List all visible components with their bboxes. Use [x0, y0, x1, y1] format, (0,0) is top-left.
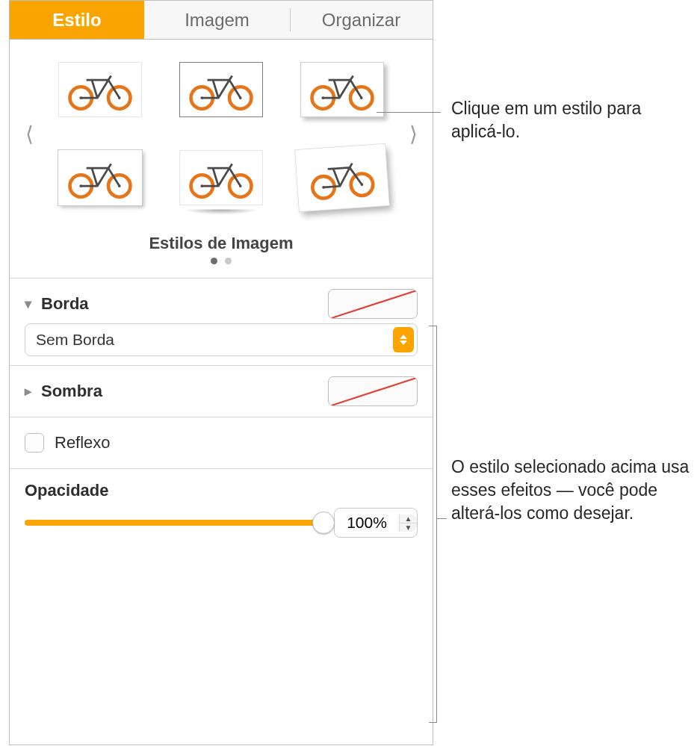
image-style-preview [179, 150, 263, 205]
image-style-preview [179, 62, 263, 117]
border-label: Borda [41, 294, 89, 314]
image-style-preview [58, 62, 142, 117]
image-style-preview [295, 144, 388, 211]
tab-arrange[interactable]: Organizar [290, 1, 433, 39]
select-stepper-icon [393, 327, 414, 352]
border-section: ▾ Borda Sem Borda [10, 278, 433, 365]
chevron-right-icon[interactable]: ▸ [25, 383, 35, 400]
page-dot[interactable] [211, 258, 217, 264]
opacity-step-down[interactable]: ▼ [400, 523, 417, 532]
styles-page-indicator [19, 258, 424, 264]
opacity-value-box: ▲ ▼ [334, 508, 418, 538]
opacity-value-input[interactable] [335, 513, 399, 532]
opacity-section: Opacidade ▲ ▼ [10, 468, 433, 547]
opacity-slider-track [25, 520, 323, 526]
image-style-thumb[interactable] [291, 60, 394, 119]
tab-style-label: Estilo [52, 10, 101, 31]
image-style-thumb[interactable] [49, 60, 152, 119]
border-style-swatch[interactable] [328, 289, 418, 319]
shadow-style-swatch[interactable] [328, 376, 418, 406]
shadow-label: Sombra [41, 382, 102, 401]
image-style-thumb[interactable] [170, 60, 273, 119]
bicycle-icon [306, 154, 378, 202]
reflection-section: Reflexo [10, 417, 433, 468]
tab-image-label: Imagem [185, 10, 250, 31]
callout-style-click: Clique em um estilo para aplicá-lo. [451, 97, 683, 143]
callout-leader-line [377, 112, 441, 113]
styles-next-button[interactable]: ⟩ [403, 122, 424, 146]
border-type-value: Sem Borda [36, 331, 114, 349]
tab-style[interactable]: Estilo [10, 1, 144, 39]
image-style-thumb[interactable] [288, 145, 395, 210]
styles-prev-button[interactable]: ⟨ [19, 122, 40, 146]
bicycle-icon [187, 68, 255, 111]
chevron-down-icon[interactable]: ▾ [25, 296, 35, 312]
callout-text: Clique em um estilo para aplicá-lo. [451, 99, 641, 141]
image-style-grid [40, 60, 403, 207]
callout-text: O estilo selecionado acima usa esses efe… [451, 457, 689, 523]
callout-leader-line [436, 518, 447, 519]
opacity-slider-thumb[interactable] [312, 512, 335, 534]
page-dot[interactable] [225, 258, 232, 264]
opacity-step-up[interactable]: ▲ [400, 515, 417, 523]
chevron-left-icon: ⟨ [25, 122, 34, 146]
callout-bracket-tick [429, 326, 436, 326]
border-type-select[interactable]: Sem Borda [25, 323, 418, 356]
reflection-checkbox[interactable] [25, 433, 44, 453]
image-style-preview [300, 62, 384, 117]
bicycle-icon [308, 68, 377, 111]
bicycle-icon [66, 156, 134, 199]
reflection-label: Reflexo [55, 433, 111, 453]
callout-bracket-tick [429, 722, 436, 723]
chevron-right-icon: ⟩ [409, 122, 418, 146]
tab-arrange-label: Organizar [322, 10, 400, 31]
opacity-stepper: ▲ ▼ [399, 515, 417, 532]
callout-effects: O estilo selecionado acima usa esses efe… [451, 456, 690, 525]
callout-bracket [436, 326, 437, 723]
format-inspector-panel: Estilo Imagem Organizar ⟨ [9, 0, 433, 745]
image-styles-area: ⟨ [10, 40, 433, 264]
inspector-tabs: Estilo Imagem Organizar [10, 1, 433, 40]
opacity-slider[interactable] [25, 511, 323, 535]
tab-image[interactable]: Imagem [144, 1, 290, 39]
image-style-thumb[interactable] [49, 149, 152, 207]
image-style-thumb[interactable] [170, 149, 273, 207]
shadow-section: ▸ Sombra [10, 365, 433, 417]
opacity-label: Opacidade [25, 481, 108, 500]
bicycle-icon [66, 68, 134, 111]
image-style-preview [58, 150, 142, 205]
image-styles-title: Estilos de Imagem [19, 234, 424, 253]
bicycle-icon [187, 156, 255, 199]
